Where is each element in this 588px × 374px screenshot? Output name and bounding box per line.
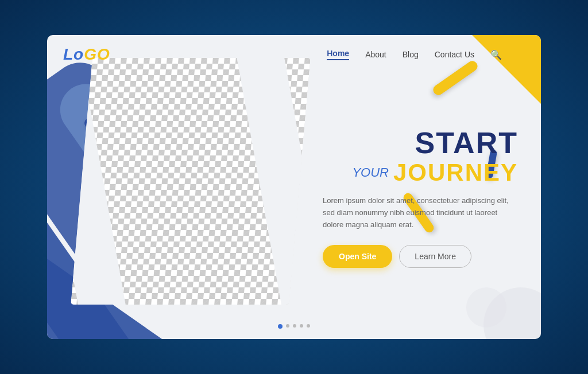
headline-your: YOUR bbox=[352, 166, 389, 180]
nav-links: Home About Blog Contact Us 🔍 bbox=[327, 49, 502, 60]
headline: START YOUR JOURNEY bbox=[323, 127, 518, 186]
dot-4[interactable] bbox=[300, 324, 303, 328]
dot-2[interactable] bbox=[286, 324, 289, 328]
headline-your-journey: YOUR JOURNEY bbox=[323, 159, 518, 186]
search-icon[interactable]: 🔍 bbox=[490, 49, 502, 60]
dot-3[interactable] bbox=[293, 324, 296, 328]
navbar: LoGO Home About Blog Contact Us 🔍 bbox=[47, 35, 541, 64]
image-placeholder bbox=[71, 58, 311, 305]
nav-home[interactable]: Home bbox=[327, 49, 349, 60]
nav-contact[interactable]: Contact Us bbox=[435, 50, 474, 59]
hero-description: Lorem ipsum dolor sit amet, consectetuer… bbox=[323, 195, 518, 231]
yellow-pill-top-right bbox=[431, 59, 479, 97]
btn-group: Open Site Learn More bbox=[323, 245, 518, 268]
dot-1[interactable] bbox=[278, 324, 283, 329]
landing-card: LoGO Home About Blog Contact Us 🔍 START … bbox=[47, 35, 541, 339]
logo: LoGO bbox=[63, 45, 110, 64]
gray-circle-sm bbox=[466, 287, 506, 328]
dot-5[interactable] bbox=[307, 324, 310, 328]
headline-start: START bbox=[323, 127, 518, 159]
pagination-dots bbox=[278, 324, 310, 329]
headline-journey: JOURNEY bbox=[393, 159, 518, 186]
open-site-button[interactable]: Open Site bbox=[323, 245, 392, 268]
learn-more-button[interactable]: Learn More bbox=[399, 245, 471, 268]
nav-blog[interactable]: Blog bbox=[403, 50, 419, 59]
hero-content: START YOUR JOURNEY Lorem ipsum dolor sit… bbox=[323, 127, 518, 268]
logo-accent: GO bbox=[84, 45, 110, 63]
nav-about[interactable]: About bbox=[365, 50, 386, 59]
